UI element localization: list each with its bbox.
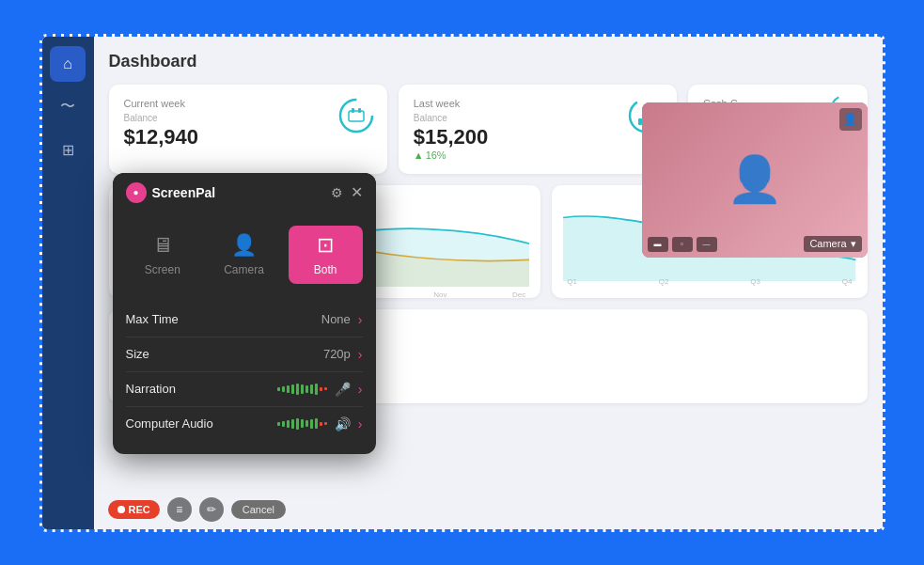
narration-label: Narration — [126, 382, 176, 396]
size-chevron: › — [358, 347, 363, 362]
cancel-button[interactable]: Cancel — [231, 500, 286, 519]
last-week-card: Last week Balance $15,200 ▲ 16% — [399, 85, 677, 174]
camera-minimize-btn[interactable]: — — [697, 237, 717, 252]
size-label: Size — [126, 347, 149, 361]
modal-header: ● ScreenPal ⚙ ✕ — [113, 173, 376, 212]
axis-q2: Q2 — [659, 277, 669, 286]
computer-audio-chevron: › — [358, 416, 363, 432]
sidebar-item-chart[interactable]: 〜 — [50, 89, 86, 125]
screenpal-modal: ● ScreenPal ⚙ ✕ 🖥 Screen 👤 Camera ⊡ Both — [113, 173, 376, 454]
settings-section: Max Time None › Size 720p › Narration — [113, 297, 376, 454]
person-silhouette: 👤 — [727, 157, 783, 202]
axis-q4: Q4 — [842, 277, 853, 286]
toolbar-draw-icon[interactable]: ✏ — [199, 497, 224, 522]
current-week-value: $12,940 — [124, 125, 372, 149]
svg-point-0 — [340, 100, 372, 132]
camera-dropdown-arrow: ▾ — [851, 238, 856, 250]
current-week-card: Current week Balance $12,940 — [109, 85, 387, 174]
computer-audio-label: Computer Audio — [126, 416, 213, 431]
axis-q3: Q3 — [750, 277, 760, 286]
size-row[interactable]: Size 720p › — [126, 337, 363, 372]
max-time-row[interactable]: Max Time None › — [126, 303, 363, 337]
max-time-chevron: › — [358, 312, 363, 327]
narration-mic-icon: 🎤 — [335, 382, 351, 397]
camera-label[interactable]: Camera ▾ — [804, 236, 861, 252]
main-frame: ⌂ 〜 ⊞ Dashboard Current week Balance $12… — [39, 34, 885, 532]
svg-rect-1 — [349, 111, 364, 121]
page-title: Dashboard — [109, 52, 868, 71]
current-week-icon — [338, 98, 374, 138]
rec-button[interactable]: REC — [108, 500, 160, 519]
max-time-right: None › — [321, 312, 363, 327]
last-week-change: ▲ 16% — [414, 149, 662, 161]
axis-q1: Q1 — [567, 277, 577, 286]
size-value: 720p — [323, 347, 351, 361]
both-icon: ⊡ — [317, 233, 334, 258]
screen-icon: 🖥 — [152, 233, 173, 258]
sidebar-item-grid[interactable]: ⊞ — [50, 133, 86, 168]
mode-selector: 🖥 Screen 👤 Camera ⊡ Both — [113, 212, 376, 297]
narration-chevron: › — [358, 382, 363, 397]
mode-screen-btn[interactable]: 🖥 Screen — [126, 226, 200, 284]
computer-audio-bars — [277, 418, 327, 430]
camera-normal-btn[interactable]: ▫ — [672, 237, 693, 252]
chart-label-nov: Nov — [433, 290, 446, 298]
screenpal-logo: ● ScreenPal — [126, 182, 216, 203]
narration-audio-bars — [277, 384, 327, 395]
last-week-sublabel: Balance — [414, 113, 662, 123]
screen-label: Screen — [145, 263, 180, 276]
modal-header-buttons: ⚙ ✕ — [331, 183, 363, 201]
settings-gear-icon[interactable]: ⚙ — [331, 185, 343, 200]
computer-audio-speaker-icon: 🔊 — [335, 416, 351, 432]
close-icon[interactable]: ✕ — [351, 183, 363, 201]
svg-rect-2 — [352, 108, 354, 113]
camera-user-icon: 👤 — [839, 108, 862, 131]
camera-fullscreen-btn[interactable]: ▬ — [648, 237, 668, 252]
toolbar-list-icon[interactable]: ≡ — [167, 497, 192, 522]
narration-right: 🎤 › — [277, 382, 363, 397]
size-right: 720p › — [323, 347, 363, 362]
last-week-label: Last week — [414, 98, 662, 109]
mode-both-btn[interactable]: ⊡ Both — [289, 226, 363, 284]
camera-preview: 👤 👤 ▬ ▫ — Camera ▾ — [642, 102, 868, 258]
both-label: Both — [314, 263, 337, 276]
chart-label-dec: Dec — [512, 290, 525, 298]
computer-audio-right: 🔊 › — [277, 416, 363, 432]
camera-mode-label: Camera — [224, 263, 264, 276]
camera-mode-icon: 👤 — [231, 233, 257, 258]
rec-label: REC — [129, 504, 150, 515]
screenpal-title: ScreenPal — [152, 185, 216, 200]
narration-row[interactable]: Narration — [126, 372, 363, 407]
camera-bg: 👤 — [642, 102, 868, 258]
camera-controls: ▬ ▫ — — [648, 237, 717, 252]
svg-rect-3 — [358, 108, 361, 113]
rec-indicator — [117, 506, 125, 513]
computer-audio-row[interactable]: Computer Audio — [126, 407, 363, 441]
sidebar-item-home[interactable]: ⌂ — [50, 46, 86, 82]
max-time-value: None — [321, 312, 351, 326]
screenpal-logo-icon: ● — [126, 182, 147, 203]
bottom-toolbar: REC ≡ ✏ Cancel — [108, 497, 286, 522]
current-week-sublabel: Balance — [124, 113, 372, 123]
last-week-value: $15,200 — [414, 125, 662, 149]
mode-camera-btn[interactable]: 👤 Camera — [207, 226, 281, 284]
current-week-label: Current week — [124, 98, 372, 109]
sidebar: ⌂ 〜 ⊞ — [42, 37, 94, 529]
max-time-label: Max Time — [126, 312, 179, 326]
